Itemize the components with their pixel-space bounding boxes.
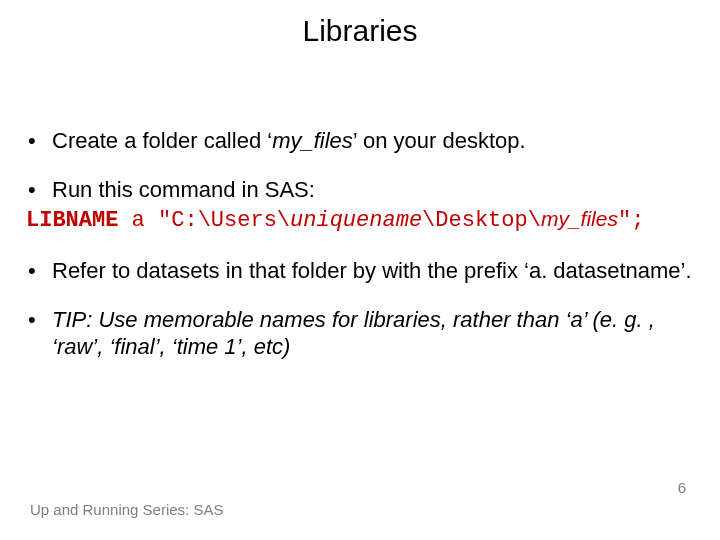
slide: Libraries • Create a folder called ‘my_f… — [0, 0, 720, 540]
bullet-dot: • — [26, 128, 52, 155]
code-fragment: \Desktop\ — [422, 208, 541, 233]
bullet-tip: • TIP: Use memorable names for libraries… — [26, 307, 694, 361]
text-fragment: Create a folder called ‘ — [52, 128, 272, 153]
bullet-dot: • — [26, 258, 52, 285]
code-fragment: "; — [618, 208, 644, 233]
code-keyword: LIBNAME — [26, 208, 118, 233]
slide-title: Libraries — [0, 14, 720, 48]
bullet-dot: • — [26, 177, 52, 204]
slide-body: • Create a folder called ‘my_files’ on y… — [26, 128, 694, 383]
code-line: LIBNAME a "C:\Users\uniquename\Desktop\m… — [26, 206, 694, 235]
text-fragment: ’ on your desktop. — [353, 128, 526, 153]
bullet-run-command: • Run this command in SAS: — [26, 177, 694, 204]
bullet-text: Run this command in SAS: — [52, 177, 694, 204]
code-fragment: a — [118, 208, 158, 233]
bullet-text: TIP: Use memorable names for libraries, … — [52, 307, 694, 361]
code-emphasis: my_files — [541, 207, 618, 230]
bullet-text: Refer to datasets in that folder by with… — [52, 258, 694, 285]
bullet-dot: • — [26, 307, 52, 361]
bullet-text: Create a folder called ‘my_files’ on you… — [52, 128, 694, 155]
footer-text: Up and Running Series: SAS — [30, 501, 223, 518]
code-fragment: "C:\Users\ — [158, 208, 290, 233]
page-number: 6 — [678, 479, 686, 496]
code-placeholder: uniquename — [290, 208, 422, 233]
bullet-refer-datasets: • Refer to datasets in that folder by wi… — [26, 258, 694, 285]
text-emphasis: my_files — [272, 128, 353, 153]
bullet-create-folder: • Create a folder called ‘my_files’ on y… — [26, 128, 694, 155]
